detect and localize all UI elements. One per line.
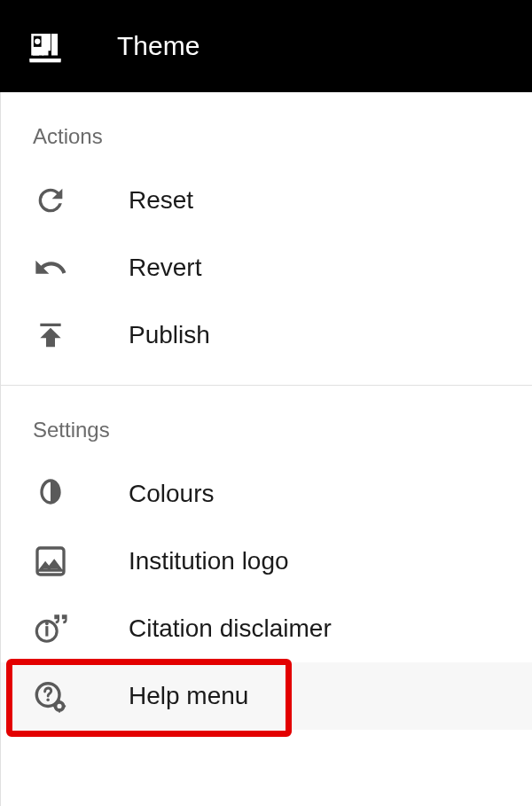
svg-rect-13 [59, 700, 60, 703]
svg-rect-5 [30, 59, 61, 62]
action-reset-label: Reset [129, 186, 193, 215]
revert-icon [33, 250, 68, 286]
help-menu-icon [33, 678, 68, 714]
settings-citation-disclaimer[interactable]: Citation disclaimer [1, 595, 532, 662]
svg-rect-7 [45, 626, 48, 636]
svg-point-2 [35, 39, 40, 44]
settings-colours-label: Colours [129, 480, 214, 508]
settings-colours[interactable]: Colours [1, 460, 532, 528]
svg-rect-3 [47, 34, 51, 51]
image-icon [33, 544, 68, 579]
settings-help-menu[interactable]: Help menu [1, 662, 532, 730]
citation-icon [33, 611, 68, 646]
reset-icon [33, 183, 68, 218]
svg-rect-14 [59, 709, 60, 713]
svg-point-12 [57, 704, 61, 708]
theme-app-icon [27, 27, 64, 65]
svg-point-8 [45, 622, 49, 625]
settings-citation-disclaimer-label: Citation disclaimer [129, 614, 332, 643]
action-publish[interactable]: Publish [1, 301, 532, 369]
publish-icon [33, 317, 68, 353]
header: Theme [0, 0, 532, 92]
svg-point-10 [46, 699, 49, 701]
action-reset[interactable]: Reset [1, 167, 532, 234]
action-revert-label: Revert [129, 254, 201, 282]
settings-help-menu-label: Help menu [129, 682, 248, 710]
page-title: Theme [117, 31, 200, 61]
settings-institution-logo-label: Institution logo [129, 547, 289, 575]
action-publish-label: Publish [129, 321, 210, 349]
action-revert[interactable]: Revert [1, 234, 532, 301]
section-label-settings: Settings [1, 386, 532, 460]
svg-rect-4 [53, 34, 57, 43]
svg-rect-16 [63, 705, 66, 707]
settings-institution-logo[interactable]: Institution logo [1, 528, 532, 595]
section-label-actions: Actions [1, 92, 532, 167]
colours-icon [33, 476, 68, 512]
sidebar-panel: Actions Reset Revert Publish Settings Co… [0, 92, 532, 806]
svg-rect-15 [53, 705, 57, 707]
